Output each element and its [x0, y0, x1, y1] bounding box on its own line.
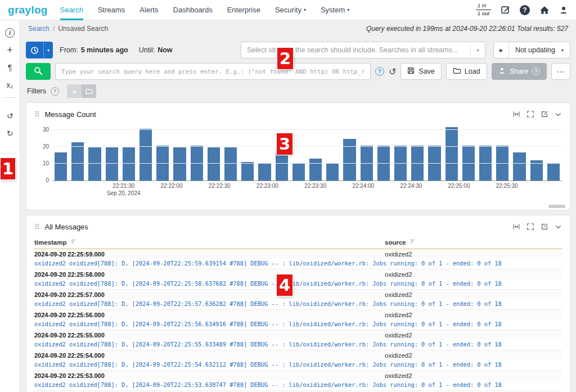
edit-content-icon[interactable]: [501, 5, 510, 15]
fields-button[interactable]: x₂: [1, 77, 20, 93]
nav-item-search[interactable]: Search: [60, 0, 83, 20]
table-row[interactable]: 2024-09-20 22:25:53.000oxidized2oxidized…: [34, 371, 562, 391]
load-button[interactable]: Load: [446, 63, 487, 80]
create-button[interactable]: +: [1, 42, 20, 58]
timerange-summary[interactable]: From: 5 minutes ago Until: Now: [57, 46, 183, 54]
view-description-button[interactable]: i: [1, 25, 20, 40]
focus-widget-icon[interactable]: [512, 223, 520, 231]
widget-header: ⠿ All Messages: [34, 220, 562, 233]
play-icon[interactable]: ▶: [494, 42, 509, 58]
x-tick-label: 22:23:30: [304, 183, 326, 189]
chart-bar[interactable]: [224, 147, 237, 181]
table-row[interactable]: 2024-09-20 22:25:56.000oxidized2oxidized…: [34, 310, 562, 330]
filters-help-icon[interactable]: ?: [51, 87, 59, 96]
fullscreen-icon[interactable]: [526, 110, 534, 118]
chart-bar[interactable]: [208, 147, 220, 181]
share-user-icon: [498, 67, 506, 76]
more-actions-button[interactable]: ⋯: [551, 63, 570, 80]
message-source: oxidized2: [385, 251, 562, 258]
filters-row: Filters ? +: [26, 84, 570, 98]
message-timestamp: 2024-09-20 22:25:54.000: [34, 352, 385, 359]
breadcrumb-search-link[interactable]: Search: [28, 25, 50, 33]
chart-bar[interactable]: [88, 147, 101, 181]
chart-bar[interactable]: [276, 152, 288, 181]
chart-bar[interactable]: [173, 147, 186, 181]
column-header-source[interactable]: source: [385, 238, 562, 246]
undo-button[interactable]: ↺: [1, 108, 20, 124]
table-row[interactable]: 2024-09-20 22:25:55.000oxidized2oxidized…: [34, 330, 562, 350]
column-header-timestamp[interactable]: timestamp: [34, 238, 385, 246]
edit-widget-icon[interactable]: [541, 110, 548, 118]
sort-icon[interactable]: [70, 238, 76, 246]
refresh-interval-button[interactable]: Not updating ▾: [509, 42, 570, 58]
query-history-icon[interactable]: ↺: [389, 66, 396, 77]
widget-title: All Messages: [45, 223, 88, 231]
chevron-down-icon[interactable]: ▾: [43, 42, 53, 58]
chart-bar[interactable]: [258, 164, 271, 181]
sidebar-divider: [4, 97, 16, 98]
sort-icon[interactable]: [410, 238, 416, 246]
query-help-icon[interactable]: ?: [375, 67, 384, 76]
timerange-row: ▾ From: 5 minutes ago Until: Now Select …: [26, 42, 570, 58]
chart-bar[interactable]: [71, 142, 84, 181]
table-row[interactable]: 2024-09-20 22:25:57.000oxidized2oxidized…: [34, 290, 562, 310]
collapse-widget-icon[interactable]: [555, 111, 562, 118]
edit-widget-icon[interactable]: [541, 223, 548, 231]
save-button[interactable]: Save: [400, 63, 442, 80]
share-label: Share: [510, 67, 528, 75]
annotation-marker-3: 3: [277, 133, 292, 155]
search-icon: [34, 66, 43, 77]
nav-item-alerts[interactable]: Alerts: [140, 0, 158, 20]
formatting-button[interactable]: ¶: [1, 60, 20, 75]
nav-item-security[interactable]: Security▾: [275, 0, 306, 20]
chart-bar[interactable]: [140, 129, 152, 181]
nav-item-streams[interactable]: Streams: [98, 0, 125, 20]
nav-item-enterprise[interactable]: Enterprise: [227, 0, 260, 20]
help-icon[interactable]: ?: [520, 5, 530, 15]
chart-bar[interactable]: [123, 147, 135, 181]
table-row[interactable]: 2024-09-20 22:25:59.000oxidized2oxidized…: [34, 249, 562, 269]
add-filter-button[interactable]: +: [67, 84, 82, 98]
chart-bar[interactable]: [547, 164, 560, 181]
search-query-input[interactable]: [55, 63, 371, 80]
timerange-button[interactable]: ▾: [26, 42, 53, 58]
chart-horizontal-scrollbar[interactable]: [548, 205, 565, 208]
collapse-widget-icon[interactable]: [555, 223, 562, 231]
message-source: oxidized2: [385, 271, 562, 278]
search-button[interactable]: [26, 63, 51, 80]
chart-bar[interactable]: [343, 139, 356, 181]
message-source: oxidized2: [385, 372, 562, 379]
chart-bar[interactable]: [241, 162, 254, 181]
chart-bar[interactable]: [106, 147, 118, 181]
chevron-down-icon[interactable]: ▾: [470, 45, 485, 55]
chart-bar[interactable]: [55, 152, 67, 181]
chart-bar[interactable]: [326, 164, 339, 181]
home-icon[interactable]: [539, 6, 550, 15]
save-label: Save: [418, 67, 435, 75]
y-tick-label: 10: [34, 160, 49, 166]
y-tick-label: 20: [34, 143, 49, 150]
table-row[interactable]: 2024-09-20 22:25:58.000oxidized2oxidized…: [34, 269, 562, 290]
gridline: [52, 163, 562, 164]
chart-bar[interactable]: [513, 152, 525, 181]
drag-handle-icon[interactable]: ⠿: [34, 223, 40, 231]
chart-bar[interactable]: [446, 127, 458, 181]
navbar-right: 1 in 1 out ?: [476, 3, 568, 17]
nav-item-dashboards[interactable]: Dashboards: [173, 0, 213, 20]
filter-folder-button[interactable]: [82, 84, 96, 98]
table-row[interactable]: 2024-09-20 22:25:54.000oxidized2oxidized…: [34, 350, 562, 371]
fullscreen-icon[interactable]: [526, 223, 534, 231]
share-button[interactable]: Share ?: [492, 63, 547, 80]
chart-bar[interactable]: [292, 164, 305, 181]
redo-button[interactable]: ↻: [1, 125, 20, 141]
drag-handle-icon[interactable]: ⠿: [34, 110, 40, 119]
focus-widget-icon[interactable]: [512, 110, 520, 118]
chart-bar[interactable]: [309, 159, 322, 181]
widget-title: Message Count: [45, 110, 96, 119]
message-source: oxidized2: [385, 352, 562, 359]
user-icon[interactable]: [559, 6, 568, 15]
throughput-in: 1 in: [476, 3, 491, 10]
widget-actions: [512, 223, 562, 231]
graylog-logo[interactable]: graylog: [8, 4, 48, 16]
nav-item-system[interactable]: System▾: [321, 0, 349, 20]
